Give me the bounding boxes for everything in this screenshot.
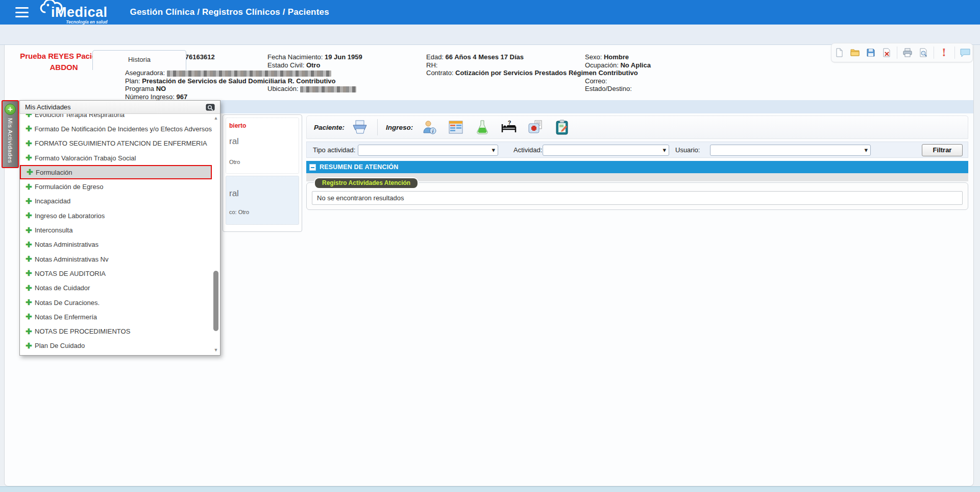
plus-icon <box>26 211 35 220</box>
episode-text-fragment: Otro <box>229 159 296 165</box>
filtrar-button[interactable]: Filtrar <box>922 144 963 156</box>
activity-label: Formato De Notificación De Incidentes y/… <box>34 125 212 133</box>
activities-scrollbar <box>213 115 219 353</box>
print-icon[interactable] <box>902 47 913 58</box>
alert-icon[interactable] <box>939 47 950 58</box>
activities-search-icon[interactable] <box>206 103 215 112</box>
patient-info-col2: Fecha Nacimiento: 19 Jun 1959 Estado Civ… <box>267 53 362 93</box>
activity-item[interactable]: NOTAS DE AUDITORIA <box>20 266 212 280</box>
preview-icon[interactable] <box>918 47 929 58</box>
field-ubicacion: Ubicación: <box>267 85 362 93</box>
activity-label: Notas Administrativas <box>35 241 99 248</box>
activity-item[interactable]: Interconsulta <box>20 223 212 237</box>
episode-card-open[interactable]: bierto ral Otro <box>226 118 299 174</box>
person-info-icon[interactable]: i <box>421 119 437 135</box>
activity-item[interactable]: Evolución Terapia Respiratoria <box>20 114 212 122</box>
bed-icon[interactable]: ? <box>501 119 517 135</box>
activity-item[interactable]: Notas Administrativas <box>20 238 212 252</box>
activity-label: Incapacidad <box>35 197 70 205</box>
toolbar-separator <box>897 46 897 59</box>
activity-item[interactable]: Formato De Notificación De Incidentes y/… <box>20 122 212 136</box>
resumen-atencion-header[interactable]: RESUMEN DE ATENCIÓN <box>306 161 968 173</box>
activity-item[interactable]: Formato Valoración Trabajo Social <box>20 151 212 165</box>
actividad-label: Actividad: <box>513 146 542 154</box>
activity-label: Ingreso de Laboratorios <box>35 212 105 220</box>
logo-tagline: Tecnología en salud <box>66 19 107 25</box>
panel-title: Mis Actividades <box>25 103 206 111</box>
medkit-icon[interactable] <box>527 119 544 135</box>
activity-item[interactable]: NOTAS DE PROCEDIMIENTOS <box>20 324 212 338</box>
plus-icon <box>26 182 35 192</box>
episode-text-fragment: ral <box>229 189 296 199</box>
activity-item[interactable]: Notas de Cuidador <box>20 281 212 295</box>
patient-print-icon[interactable] <box>352 119 368 135</box>
activity-label: Notas De Curaciones. <box>35 299 100 307</box>
collapse-icon[interactable] <box>309 164 316 171</box>
activity-item[interactable]: Plan De Cuidado <box>20 339 212 353</box>
activity-item[interactable]: FORMATO SEGUIMIENTO ATENCION DE ENFERMER… <box>20 136 212 151</box>
plus-icon <box>26 114 35 119</box>
field-value: 967 <box>176 93 187 101</box>
scroll-up-icon[interactable] <box>213 115 219 121</box>
plus-icon <box>26 240 35 249</box>
horizontal-scrollbar[interactable] <box>0 486 980 492</box>
folder-icon[interactable] <box>849 47 861 58</box>
activity-item[interactable]: Incapacidad <box>20 194 212 208</box>
mis-actividades-panel: Mis Actividades Evolución Terapia Respir… <box>19 100 220 356</box>
field-ocupacion: Ocupación: No Aplica <box>585 61 651 69</box>
breadcrumb[interactable]: Gestión Clínica / Registros Clínicos / P… <box>130 7 329 17</box>
usuario-select[interactable] <box>710 145 871 156</box>
toolbar-separator <box>377 119 378 135</box>
field-label: Correo: <box>585 77 607 85</box>
chat-icon[interactable] <box>960 47 971 58</box>
imedical-screen: iMedical Tecnología en salud Gestión Clí… <box>0 0 980 492</box>
activities-list: Evolución Terapia Respiratoria Formato D… <box>20 114 212 354</box>
activity-item[interactable]: Notas De Enfermería <box>20 310 212 324</box>
episode-text-fragment: ral <box>229 136 296 147</box>
panel-header: Mis Actividades <box>20 101 220 114</box>
activity-item-formulacion[interactable]: Formulación <box>20 165 212 179</box>
tipo-actividad-select[interactable] <box>358 145 498 156</box>
flask-icon[interactable] <box>474 119 491 135</box>
activity-item[interactable]: Ingreso de Laboratorios <box>20 208 212 223</box>
activity-label: FORMATO SEGUIMIENTO ATENCION DE ENFERMER… <box>35 139 207 147</box>
activity-label: Notas Administrativas Nv <box>35 255 109 263</box>
field-value: 66 Años 4 Meses 17 Días <box>446 53 524 61</box>
field-label: Estado/Destino: <box>585 85 632 92</box>
save-icon[interactable] <box>865 47 876 58</box>
new-document-icon[interactable] <box>834 47 845 58</box>
activity-item[interactable]: Formulación de Egreso <box>20 179 212 194</box>
clipboard-icon[interactable] <box>554 119 570 135</box>
grid-icon[interactable] <box>448 119 464 135</box>
activity-label: Notas De Enfermería <box>35 313 97 321</box>
field-estado-civil: Estado Civil: Otro <box>267 61 362 69</box>
field-label: Estado Civil: <box>267 61 304 69</box>
field-estado-destino: Estado/Destino: <box>585 85 651 93</box>
actividad-select[interactable] <box>543 145 669 156</box>
activity-label: NOTAS DE PROCEDIMIENTOS <box>35 327 130 335</box>
scrollbar-thumb[interactable] <box>213 271 218 331</box>
activity-item[interactable]: Notas Administrativas Nv <box>20 252 212 266</box>
top-bar: iMedical Tecnología en salud Gestión Clí… <box>0 0 980 25</box>
field-label: Fecha Nacimiento: <box>267 53 323 61</box>
ingreso-icons: i ? <box>421 119 570 135</box>
field-value: 19 Jun 1959 <box>325 53 362 61</box>
episode-card[interactable]: ral co: Otro <box>226 176 299 225</box>
registro-actividades-box: Registro Actividades Atención No se enco… <box>306 182 968 210</box>
tab-row: Pacientes Historia <box>0 25 980 45</box>
field-label: Ocupación: <box>585 61 619 69</box>
toolbar-separator <box>934 46 934 59</box>
field-label: Número Ingreso: <box>125 93 175 101</box>
main-toolbar: Paciente: Ingreso: i ? <box>306 115 968 139</box>
activity-label: NOTAS DE AUDITORIA <box>35 270 106 277</box>
patient-info-col4: Sexo: Hombre Ocupación: No Aplica Correo… <box>585 53 651 93</box>
activity-label: Evolución Terapia Respiratoria <box>35 114 125 119</box>
hamburger-icon[interactable] <box>15 7 29 17</box>
tab-historia[interactable]: Historia <box>92 50 186 70</box>
mis-actividades-tab[interactable]: Mis Actividades <box>2 100 19 168</box>
plus-icon <box>26 153 35 162</box>
activity-item[interactable]: Notas De Curaciones. <box>20 295 212 310</box>
scroll-down-icon[interactable] <box>213 347 219 353</box>
plus-icon <box>26 298 35 307</box>
delete-document-icon[interactable] <box>881 47 892 58</box>
